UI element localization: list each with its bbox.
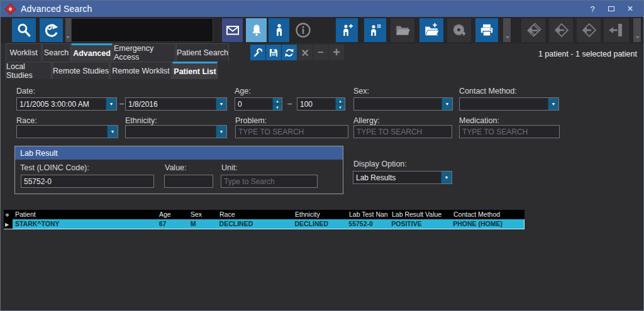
dropdown-arrow-icon[interactable]: ▼ bbox=[216, 126, 226, 138]
cell-ethnicity: DECLINED bbox=[292, 219, 346, 229]
printer-icon bbox=[479, 22, 495, 38]
message-button[interactable] bbox=[222, 18, 243, 42]
save-button[interactable] bbox=[266, 45, 281, 60]
column-header-lab-test-name[interactable]: Lab Test Nan▲ bbox=[347, 210, 389, 219]
clear-button[interactable]: × bbox=[297, 45, 313, 60]
print-button[interactable] bbox=[475, 18, 498, 42]
reset-search-button[interactable] bbox=[40, 18, 63, 42]
tab-emergency-access[interactable]: Emergency Access bbox=[113, 43, 175, 61]
race-label: Race: bbox=[16, 116, 37, 125]
column-chooser-button[interactable]: ✱ bbox=[4, 210, 13, 219]
sex-combo[interactable]: ▼ bbox=[353, 97, 453, 111]
display-option-combo[interactable]: Lab Results ▼ bbox=[353, 171, 452, 184]
cell-race: DECLINED bbox=[217, 219, 292, 229]
tab-patient-list[interactable]: Patient List bbox=[172, 62, 218, 79]
medication-label: Medication: bbox=[459, 116, 499, 125]
ethnicity-combo[interactable]: ▼ bbox=[125, 125, 227, 138]
maximize-button[interactable] bbox=[603, 3, 619, 15]
toolbar-scroll-left[interactable] bbox=[65, 18, 71, 42]
spin-up-icon[interactable]: ▲ bbox=[335, 98, 345, 104]
open-study-button[interactable] bbox=[391, 18, 414, 42]
column-header-age[interactable]: Age bbox=[157, 210, 188, 219]
table-header-row: ✱ Patient Age Sex Race Ethnicity Lab Tes… bbox=[4, 210, 525, 219]
exit-button[interactable] bbox=[604, 18, 629, 42]
person-plus-icon bbox=[340, 23, 355, 38]
allergy-input[interactable] bbox=[353, 125, 452, 138]
cell-sex: M bbox=[188, 219, 217, 229]
unit-input[interactable] bbox=[221, 175, 318, 188]
cell-contact-method: PHONE (HOME) bbox=[450, 219, 524, 229]
column-header-ethnicity[interactable]: Ethnicity bbox=[292, 210, 347, 219]
advanced-search-window: Advanced Search ? × bbox=[0, 0, 644, 311]
main-toolbar bbox=[1, 17, 643, 43]
patient-button[interactable] bbox=[269, 18, 289, 42]
column-header-patient[interactable]: Patient bbox=[13, 210, 157, 219]
dropdown-arrow-icon[interactable]: ▼ bbox=[548, 98, 558, 110]
date-range-dash: – bbox=[119, 99, 124, 108]
patient-schedule-button[interactable] bbox=[364, 18, 386, 42]
open-new-study-button[interactable] bbox=[419, 18, 443, 42]
row-pointer-icon: ▶ bbox=[5, 222, 9, 227]
add-row-button[interactable]: + bbox=[329, 45, 344, 60]
tab-remote-studies[interactable]: Remote Studies bbox=[52, 62, 109, 79]
send-study-button[interactable] bbox=[549, 18, 573, 42]
date-label: Date: bbox=[16, 87, 35, 95]
dropdown-arrow-icon[interactable]: ▼ bbox=[107, 126, 118, 138]
folder-plus-icon bbox=[423, 22, 440, 38]
tab-worklist[interactable]: Worklist bbox=[6, 43, 42, 61]
column-header-race[interactable]: Race bbox=[217, 210, 292, 219]
dropdown-arrow-icon[interactable]: ▼ bbox=[441, 98, 452, 110]
dropdown-arrow-icon[interactable]: ▼ bbox=[106, 98, 116, 110]
column-header-lab-result-value[interactable]: Lab Result Value bbox=[389, 210, 451, 219]
tools-button[interactable] bbox=[250, 45, 265, 60]
age-from-spinner[interactable]: 0 ▲▼ bbox=[235, 97, 282, 111]
tab-advanced[interactable]: Advanced bbox=[71, 43, 113, 61]
unit-label: Unit: bbox=[221, 163, 238, 172]
loinc-input[interactable] bbox=[21, 175, 154, 188]
close-button[interactable]: × bbox=[622, 3, 638, 15]
notifications-button[interactable] bbox=[246, 18, 267, 42]
spin-down-icon[interactable]: ▼ bbox=[335, 104, 345, 110]
date-from-combo[interactable]: 1/1/2005 3:00:00 AM ▼ bbox=[16, 97, 117, 111]
refresh-button[interactable] bbox=[282, 45, 297, 60]
toolbar-search-box[interactable] bbox=[71, 18, 213, 42]
info-button[interactable] bbox=[292, 18, 314, 42]
toolbar-scroll-right[interactable] bbox=[633, 18, 641, 42]
titlebar[interactable]: Advanced Search ? × bbox=[1, 1, 643, 17]
date-to-combo[interactable]: 1/8/2016 ▼ bbox=[125, 97, 227, 111]
spin-down-icon[interactable]: ▼ bbox=[272, 104, 282, 110]
add-patient-button[interactable] bbox=[336, 18, 358, 42]
spin-up-icon[interactable]: ▲ bbox=[272, 98, 282, 104]
plus-icon: + bbox=[333, 45, 340, 60]
column-header-contact-method[interactable]: Contact Method bbox=[451, 210, 525, 219]
toolbar-scroll-mid[interactable] bbox=[503, 18, 511, 42]
send-multiple-button[interactable] bbox=[521, 18, 545, 42]
problem-input[interactable] bbox=[235, 125, 348, 138]
search-button[interactable] bbox=[12, 18, 36, 42]
age-to-spinner[interactable]: 100 ▲▼ bbox=[297, 97, 345, 111]
medication-input[interactable] bbox=[459, 125, 560, 138]
problem-label: Problem: bbox=[235, 116, 267, 125]
export-study-button[interactable] bbox=[577, 18, 601, 42]
dropdown-arrow-icon[interactable]: ▼ bbox=[441, 172, 452, 183]
save-icon bbox=[268, 47, 279, 58]
column-header-sex[interactable]: Sex bbox=[188, 210, 217, 219]
table-row-selected[interactable]: ▶ STARK^TONY 67 M DECLINED DECLINED 5575… bbox=[4, 219, 525, 229]
lab-value-input[interactable] bbox=[164, 175, 213, 188]
cell-patient: STARK^TONY bbox=[13, 219, 157, 229]
settings-icon: ✱ bbox=[5, 212, 9, 218]
minus-icon: − bbox=[318, 46, 324, 59]
tab-local-studies[interactable]: Local Studies bbox=[6, 62, 52, 79]
race-combo[interactable]: ▼ bbox=[16, 125, 118, 138]
diamond-arrow-left-icon bbox=[579, 21, 598, 40]
tab-patient-search[interactable]: Patient Search bbox=[176, 43, 229, 61]
cell-age: 67 bbox=[157, 219, 188, 229]
remove-row-button[interactable]: − bbox=[313, 45, 328, 60]
help-button[interactable]: ? bbox=[584, 3, 601, 15]
dropdown-arrow-icon[interactable]: ▼ bbox=[216, 98, 226, 110]
tab-search[interactable]: Search bbox=[42, 43, 70, 61]
burn-cd-button[interactable] bbox=[447, 18, 471, 42]
tab-remote-worklist[interactable]: Remote Worklist bbox=[110, 62, 172, 79]
value-label: Value: bbox=[165, 163, 187, 172]
contact-method-combo[interactable]: ▼ bbox=[459, 97, 559, 111]
